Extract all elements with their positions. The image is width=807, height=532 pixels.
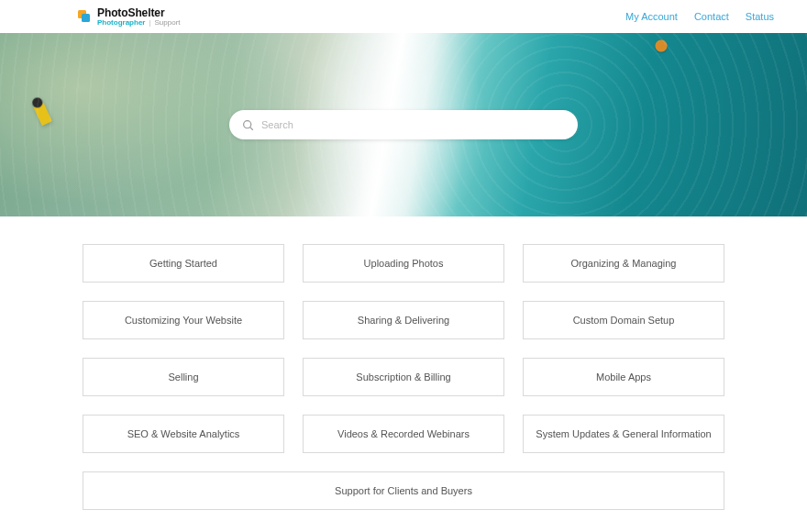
category-label: Getting Started [149, 258, 217, 269]
category-label: Selling [168, 371, 198, 382]
product-line: Photographer [97, 19, 145, 27]
category-card[interactable]: Customizing Your Website [83, 301, 284, 339]
category-card[interactable]: Subscription & Billing [303, 358, 504, 396]
hero-decoration-left [19, 84, 63, 138]
category-label: SEO & Website Analytics [127, 428, 240, 439]
category-card[interactable]: SEO & Website Analytics [83, 415, 284, 453]
category-card[interactable]: Mobile Apps [523, 358, 724, 396]
hero-decoration-right [653, 37, 669, 55]
category-label: Videos & Recorded Webinars [337, 428, 470, 439]
search-icon [242, 119, 254, 131]
hero-banner [0, 33, 807, 216]
brand-name: PhotoShelter [97, 7, 181, 18]
search-input[interactable] [261, 119, 565, 130]
category-card[interactable]: Videos & Recorded Webinars [303, 415, 504, 453]
category-label: Sharing & Delivering [358, 315, 449, 326]
category-label: System Updates & General Information [536, 428, 711, 439]
category-card[interactable]: Uploading Photos [303, 244, 504, 283]
category-label: Subscription & Billing [356, 371, 450, 382]
status-link[interactable]: Status [746, 11, 774, 22]
logo[interactable]: PhotoShelter Photographer | Support [77, 7, 181, 27]
category-card[interactable]: Getting Started [83, 244, 284, 283]
category-card[interactable]: Custom Domain Setup [523, 301, 724, 339]
category-card[interactable]: System Updates & General Information [523, 415, 724, 453]
my-account-link[interactable]: My Account [625, 11, 678, 22]
header-nav: My Account Contact Status [625, 11, 774, 22]
category-label: Customizing Your Website [125, 315, 242, 326]
category-card[interactable]: Sharing & Delivering [303, 301, 504, 339]
svg-point-2 [244, 120, 251, 127]
category-card[interactable]: Selling [83, 358, 284, 396]
section-label: Support [155, 19, 181, 27]
logo-icon [77, 9, 92, 24]
category-label: Uploading Photos [364, 258, 444, 269]
category-section: Getting StartedUploading PhotosOrganizin… [0, 216, 807, 510]
logo-text: PhotoShelter Photographer | Support [97, 7, 181, 27]
logo-divider: | [149, 19, 150, 27]
category-label: Organizing & Managing [571, 258, 677, 269]
category-label: Support for Clients and Buyers [335, 485, 472, 496]
category-label: Custom Domain Setup [573, 315, 675, 326]
svg-line-3 [250, 127, 253, 129]
category-card[interactable]: Support for Clients and Buyers [83, 471, 724, 510]
search-bar[interactable] [229, 110, 578, 139]
svg-rect-1 [82, 14, 90, 22]
contact-link[interactable]: Contact [694, 11, 729, 22]
header: PhotoShelter Photographer | Support My A… [0, 0, 807, 33]
category-grid: Getting StartedUploading PhotosOrganizin… [83, 244, 724, 510]
category-label: Mobile Apps [596, 371, 651, 382]
category-card[interactable]: Organizing & Managing [523, 244, 724, 283]
